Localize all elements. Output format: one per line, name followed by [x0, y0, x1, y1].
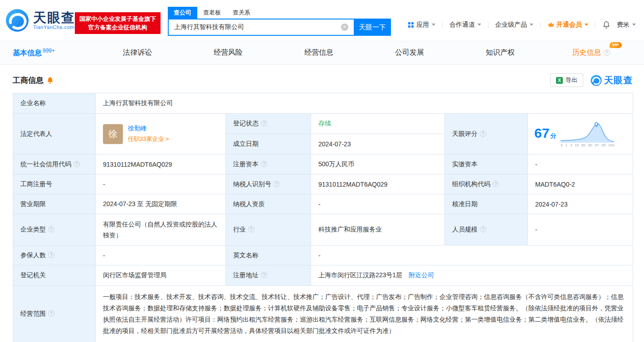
nearby-companies-link[interactable]: 附近公司	[409, 271, 434, 279]
tianyancha-logo-icon	[5, 9, 29, 32]
tab-basic-info[interactable]: 基本信息999+	[13, 48, 92, 58]
insured-count-label: 参保人数	[13, 246, 96, 265]
help-icon[interactable]	[261, 161, 267, 167]
tab-business-risk[interactable]: 经营风险	[183, 48, 273, 58]
table-row: 法定代表人 徐 徐勤峰 任职33家企业 > 登记状态 存续 天眼评分 67分	[13, 114, 633, 134]
score-marker-icon	[595, 122, 598, 125]
tab-history-label: 历史信息	[572, 48, 601, 56]
top-nav: 应用 合作通道 企业级产品 开通会员 费米	[408, 20, 636, 29]
industry-value: 科技推广和应用服务业	[311, 214, 445, 246]
nav-open-vip[interactable]: 开通会员	[547, 21, 588, 29]
legal-rep-name-link[interactable]: 徐勤峰	[128, 125, 169, 133]
help-icon[interactable]	[248, 226, 254, 232]
nav-user[interactable]: 费米	[617, 21, 636, 29]
logo-title: 天眼查	[33, 11, 75, 24]
business-info-section-header: 工商信息 导出 天眼查	[13, 73, 633, 87]
tab-ip-label: 知识产权	[486, 48, 515, 56]
taxpayer-id-value: 91310112MADT6AQ029	[311, 174, 445, 194]
credit-code-value: 91310112MADT6AQ029	[96, 154, 226, 174]
legal-rep-cell: 徐 徐勤峰 任职33家企业 >	[96, 114, 226, 154]
reg-address-label: 注册地址	[226, 265, 311, 286]
company-type-value: 有限责任公司（自然人投资或控股的法人独资）	[96, 214, 226, 246]
chevron-down-icon	[585, 24, 588, 26]
chevron-down-icon	[478, 24, 481, 26]
search-area: 查公司 查老板 查关系 天眼一下	[168, 7, 391, 36]
business-scope-value: 一般项目：技术服务、技术开发、技术咨询、技术交流、技术转让、技术推广；广告设计、…	[96, 286, 633, 342]
score-cell: 67分 0131550609799100	[528, 114, 633, 154]
tab-risk-label: 经营风险	[214, 48, 243, 56]
tab-bizinfo-label: 经营信息	[304, 48, 333, 56]
chevron-down-icon	[530, 24, 533, 26]
help-icon[interactable]	[604, 49, 610, 56]
paid-capital-value: -	[528, 154, 633, 174]
reg-authority-label: 登记机关	[13, 265, 96, 286]
tab-intellectual-property[interactable]: 知识产权	[455, 48, 546, 58]
help-icon[interactable]	[261, 120, 267, 126]
table-row: 统一社会信用代码 91310112MADT6AQ029 注册资本 500万人民币…	[13, 154, 633, 174]
export-button[interactable]: 导出	[550, 73, 583, 87]
english-name-label: 英文名称	[226, 246, 311, 265]
table-row: 企业类型 有限责任公司（自然人投资或控股的法人独资） 行业 科技推广和应用服务业…	[13, 214, 633, 246]
search-tab-company[interactable]: 查公司	[168, 7, 197, 19]
score-value: 67分	[534, 126, 556, 143]
chevron-down-icon	[632, 24, 636, 26]
help-icon[interactable]	[493, 181, 499, 187]
reg-authority-value: 闵行区市场监督管理局	[96, 265, 226, 286]
nav-apps[interactable]: 应用	[408, 21, 435, 29]
monitor-bell-icon[interactable]	[47, 77, 54, 84]
clear-icon[interactable]	[341, 24, 348, 31]
tianyancha-watermark: 天眼查	[590, 74, 633, 87]
help-icon[interactable]	[273, 181, 280, 187]
tab-legal-label: 法律诉讼	[123, 48, 152, 56]
tab-development-label: 公司发展	[395, 48, 424, 56]
nav-apps-label: 应用	[416, 21, 429, 29]
help-icon[interactable]	[480, 130, 486, 137]
legal-rep-label: 法定代表人	[13, 114, 96, 154]
apps-grid-icon	[408, 22, 414, 28]
score-chart: 0131550609799100	[561, 122, 614, 147]
search-button[interactable]: 天眼一下	[354, 19, 391, 36]
help-icon[interactable]	[48, 226, 54, 232]
search-tab-boss[interactable]: 查老板	[197, 7, 227, 19]
nav-cooperation[interactable]: 合作通道	[449, 21, 481, 29]
business-info-table: 企业名称 上海行其智科技有限公司 法定代表人 徐 徐勤峰 任职33家企业 > 登…	[13, 93, 633, 342]
section-title: 工商信息	[13, 75, 44, 86]
tab-legal-proceedings[interactable]: 法律诉讼	[92, 48, 183, 58]
staff-size-label: 人员规模	[445, 214, 528, 246]
business-scope-label: 经营范围	[13, 286, 96, 342]
tianyancha-logo[interactable]: 天眼查 TianYanCha.com	[5, 9, 75, 32]
org-code-value: MADT6AQ0-2	[528, 174, 633, 194]
help-icon[interactable]	[48, 252, 54, 258]
search-input[interactable]	[168, 19, 354, 36]
approval-date-value: 2024-07-23	[528, 194, 633, 214]
tab-company-development[interactable]: 公司发展	[364, 48, 455, 58]
company-name-label: 企业名称	[13, 93, 96, 114]
crown-icon	[547, 22, 555, 28]
search-tab-relation[interactable]: 查关系	[227, 7, 256, 19]
approval-date-label: 核准日期	[445, 194, 528, 214]
tab-business-info[interactable]: 经营信息	[273, 48, 364, 58]
business-term-value: 2024-07-23 至 无固定期限	[96, 194, 226, 214]
tab-basic-info-count: 999+	[43, 48, 55, 54]
company-name-value: 上海行其智科技有限公司	[96, 93, 633, 114]
logo-subtitle: TianYanCha.com	[33, 24, 75, 30]
tab-history-info[interactable]: 历史信息 VIP	[546, 48, 636, 58]
help-icon[interactable]	[480, 226, 486, 232]
table-row: 营业期限 2024-07-23 至 无固定期限 纳税人资质 - 核准日期 202…	[13, 194, 633, 214]
reg-status-label: 登记状态	[226, 114, 311, 134]
score-axis-ticks: 0131550609799100	[561, 143, 614, 147]
help-icon[interactable]	[48, 310, 54, 317]
company-type-label: 企业类型	[13, 214, 96, 246]
help-icon[interactable]	[261, 272, 267, 278]
taxpayer-quality-label: 纳税人资质	[226, 194, 311, 214]
paid-capital-label: 实缴资本	[445, 154, 528, 174]
legal-rep-positions-link[interactable]: 任职33家企业 >	[128, 135, 169, 143]
staff-size-value: -	[528, 214, 633, 246]
search-type-tabs: 查公司 查老板 查关系	[168, 7, 391, 19]
legal-rep-avatar[interactable]: 徐	[103, 124, 123, 144]
nav-notifications[interactable]	[602, 20, 610, 29]
help-icon[interactable]	[73, 161, 80, 167]
nav-enterprise-products[interactable]: 企业级产品	[495, 21, 533, 29]
org-code-label: 组织机构代码	[445, 174, 528, 194]
table-row: 工商注册号 - 纳税人识别号 91310112MADT6AQ029 组织机构代码…	[13, 174, 633, 194]
